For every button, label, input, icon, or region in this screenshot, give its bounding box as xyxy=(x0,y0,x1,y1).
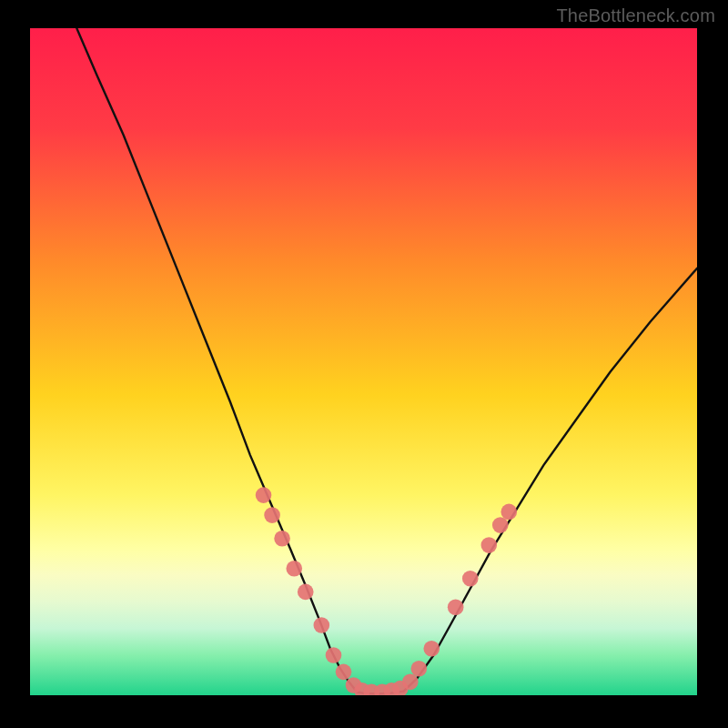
data-point xyxy=(286,561,302,577)
data-point xyxy=(314,617,330,633)
gradient-background xyxy=(30,28,697,695)
plot-area xyxy=(30,28,697,695)
chart-frame: TheBottleneck.com xyxy=(0,0,728,728)
watermark-text: TheBottleneck.com xyxy=(556,5,715,26)
data-point xyxy=(492,517,509,533)
data-point xyxy=(481,537,498,553)
data-point xyxy=(256,487,272,503)
data-point xyxy=(411,661,428,677)
data-point xyxy=(298,584,314,601)
data-point xyxy=(500,504,517,521)
plot-svg xyxy=(30,28,697,695)
data-point xyxy=(462,571,479,587)
data-point xyxy=(326,647,342,663)
data-point xyxy=(402,674,419,691)
data-point xyxy=(448,599,464,615)
data-point xyxy=(264,507,280,523)
data-point xyxy=(336,664,352,681)
data-point xyxy=(274,531,290,547)
data-point xyxy=(423,641,440,657)
